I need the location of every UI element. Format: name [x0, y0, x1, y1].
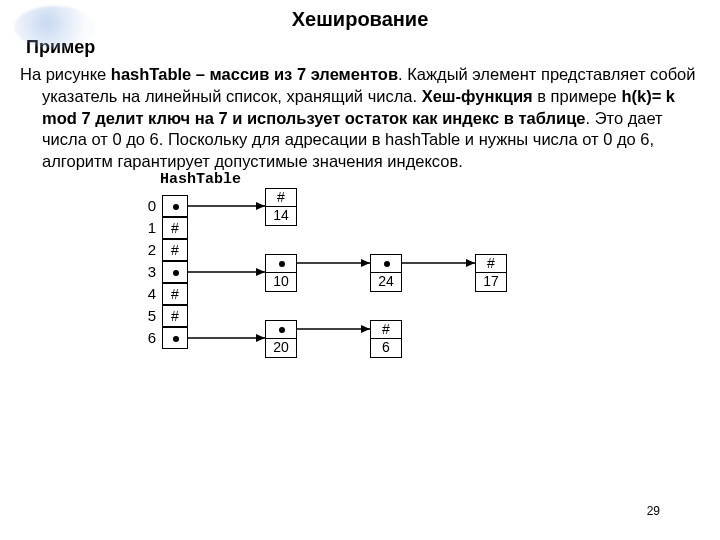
list-node: 24 [370, 254, 402, 292]
page-number: 29 [647, 504, 660, 518]
svg-marker-9 [256, 334, 265, 342]
table-slot: # [162, 239, 188, 261]
table-slot [162, 327, 188, 349]
table-index: 3 [140, 263, 156, 280]
table-slot [162, 195, 188, 217]
section-subtitle: Пример [26, 37, 700, 58]
table-slot: # [162, 305, 188, 327]
svg-marker-7 [466, 259, 475, 267]
page-title: Хеширование [20, 8, 700, 31]
svg-marker-3 [256, 268, 265, 276]
svg-marker-5 [361, 259, 370, 267]
table-index: 2 [140, 241, 156, 258]
table-index: 4 [140, 285, 156, 302]
table-index: 5 [140, 307, 156, 324]
list-node: #17 [475, 254, 507, 292]
table-slot: # [162, 283, 188, 305]
table-index: 1 [140, 219, 156, 236]
hash-diagram: HashTable 0#141#2#31024#174#5#620#6 [110, 185, 700, 415]
svg-marker-11 [361, 325, 370, 333]
decorative-blob [14, 6, 96, 48]
list-node: 10 [265, 254, 297, 292]
table-slot: # [162, 217, 188, 239]
table-slot [162, 261, 188, 283]
table-index: 0 [140, 197, 156, 214]
list-node: #6 [370, 320, 402, 358]
list-node: #14 [265, 188, 297, 226]
body-paragraph: На рисунке hashTable – массив из 7 элеме… [20, 64, 700, 173]
list-node: 20 [265, 320, 297, 358]
svg-marker-1 [256, 202, 265, 210]
table-index: 6 [140, 329, 156, 346]
